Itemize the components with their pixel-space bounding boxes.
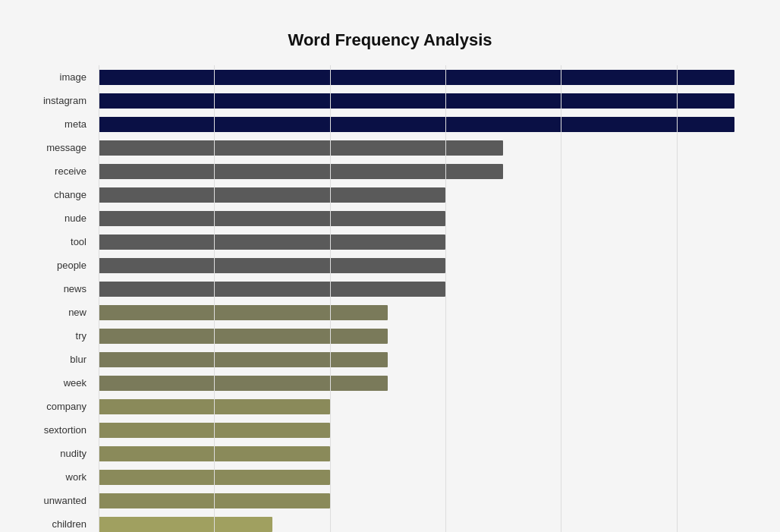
y-label: work (32, 467, 93, 487)
bar-row (99, 327, 734, 345)
y-label: instagram (32, 91, 93, 111)
y-label: news (32, 279, 93, 299)
bar-row (99, 304, 734, 322)
y-label: change (32, 185, 93, 205)
chart-area: imageinstagrammetamessagereceivechangenu… (99, 65, 734, 532)
bar (99, 282, 445, 297)
bar-row (99, 257, 734, 275)
bar (99, 235, 445, 250)
bar-row (99, 468, 734, 486)
bar (99, 493, 330, 508)
bar (99, 329, 388, 344)
bar (99, 470, 330, 485)
bar-row (99, 68, 734, 87)
bar (99, 517, 272, 532)
y-label: tool (32, 232, 93, 252)
bar-row (99, 492, 734, 510)
y-label: meta (32, 115, 93, 134)
y-label: try (32, 326, 93, 346)
bar-row (99, 374, 734, 392)
bar-row (99, 115, 734, 134)
bar (99, 352, 388, 367)
y-label: company (32, 397, 93, 417)
y-label: nude (32, 209, 93, 228)
bar (99, 446, 330, 461)
y-label: image (32, 68, 93, 87)
bar (99, 70, 734, 85)
bar-row (99, 233, 734, 251)
y-labels: imageinstagrammetamessagereceivechangenu… (32, 65, 93, 532)
bar-row (99, 398, 734, 416)
bar (99, 376, 388, 391)
y-label: message (32, 138, 93, 158)
bar (99, 399, 330, 414)
y-label: new (32, 303, 93, 323)
bar-row (99, 92, 734, 110)
y-label: blur (32, 350, 93, 370)
bar-row (99, 209, 734, 228)
bar (99, 117, 734, 132)
bar (99, 164, 503, 179)
bar-row (99, 139, 734, 157)
bar-row (99, 162, 734, 181)
bars-area (99, 65, 734, 532)
bar-row (99, 515, 734, 533)
chart-title: Word Frequency Analysis (30, 30, 750, 50)
y-label: sextortion (32, 420, 93, 440)
y-label: week (32, 373, 93, 393)
bar (99, 93, 734, 109)
bar-row (99, 186, 734, 204)
bar (99, 258, 445, 273)
y-label: children (32, 515, 93, 533)
bar (99, 305, 388, 320)
bar (99, 140, 503, 156)
bar (99, 187, 445, 203)
bar-row (99, 445, 734, 463)
y-label: unwanted (32, 491, 93, 511)
bar (99, 423, 330, 438)
y-label: people (32, 256, 93, 275)
y-label: receive (32, 162, 93, 181)
bar-row (99, 421, 734, 439)
y-label: nudity (32, 444, 93, 464)
chart-container: Word Frequency Analysis imageinstagramme… (15, 15, 765, 532)
bar-row (99, 280, 734, 298)
bar (99, 211, 445, 226)
bar-row (99, 351, 734, 369)
